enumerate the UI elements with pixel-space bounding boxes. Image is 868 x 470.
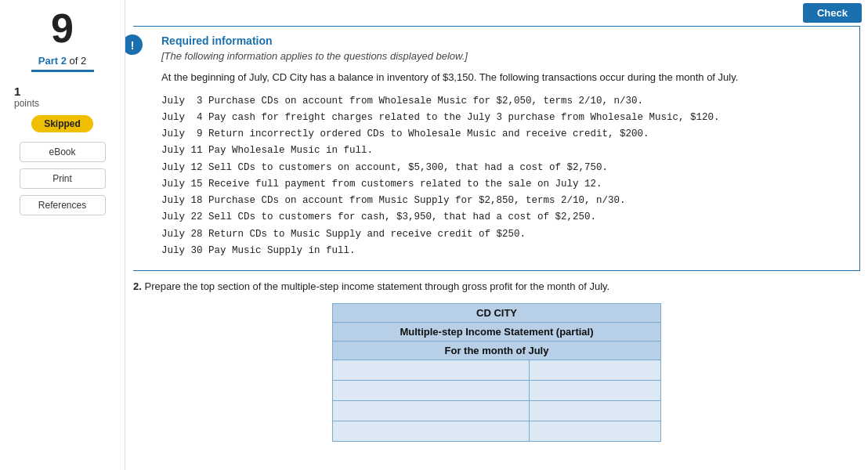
row-1-left-input[interactable] xyxy=(336,365,526,376)
table-header-2: Multiple-step Income Statement (partial) xyxy=(333,323,661,342)
sidebar: 9 Part 2 of 2 1 points Skipped eBook Pri… xyxy=(0,0,125,470)
content-area: ! Required information [The following in… xyxy=(125,26,868,470)
required-subtitle: [The following information applies to th… xyxy=(161,50,848,62)
table-row xyxy=(333,381,661,401)
ebook-button[interactable]: eBook xyxy=(20,142,106,162)
table-subtitle: Multiple-step Income Statement (partial) xyxy=(333,323,661,342)
points-label: points xyxy=(14,98,39,109)
row-4-right[interactable] xyxy=(530,421,661,442)
topbar: Check xyxy=(125,0,868,26)
table-date: For the month of July xyxy=(333,342,661,360)
table-title: CD CITY xyxy=(333,304,661,323)
part-indicator: Part 2 of 2 xyxy=(38,55,86,67)
table-row xyxy=(333,360,661,381)
row-3-right[interactable] xyxy=(530,401,661,421)
intro-text: At the beginning of July, CD City has a … xyxy=(161,70,848,85)
skipped-badge: Skipped xyxy=(31,115,93,132)
table-header-3: For the month of July xyxy=(333,342,661,360)
row-4-right-input[interactable] xyxy=(533,426,657,437)
required-icon: ! xyxy=(125,34,143,55)
transactions-list: July 3 Purchase CDs on account from Whol… xyxy=(161,93,848,260)
row-1-left[interactable] xyxy=(333,360,530,381)
part-suffix: of 2 xyxy=(67,55,86,67)
question-description: Prepare the top section of the multiple-… xyxy=(144,280,609,292)
part-bold: Part 2 xyxy=(38,55,67,67)
table-row xyxy=(333,421,661,442)
row-4-left[interactable] xyxy=(333,421,530,442)
income-statement-wrapper: CD CITY Multiple-step Income Statement (… xyxy=(332,303,661,442)
required-title: Required information xyxy=(161,34,848,47)
row-3-left-input[interactable] xyxy=(336,406,526,417)
question-2-text: 2. Prepare the top section of the multip… xyxy=(133,280,860,292)
check-button[interactable]: Check xyxy=(803,3,862,23)
table-header-1: CD CITY xyxy=(333,304,661,323)
table-row xyxy=(333,401,661,421)
main-content: Check ! Required information [The follow… xyxy=(125,0,868,470)
part-underline xyxy=(31,70,94,72)
row-1-right-input[interactable] xyxy=(533,365,657,376)
row-3-right-input[interactable] xyxy=(533,406,657,417)
income-statement-table: CD CITY Multiple-step Income Statement (… xyxy=(332,303,661,442)
row-2-left[interactable] xyxy=(333,381,530,401)
required-info-box: ! Required information [The following in… xyxy=(133,26,860,271)
row-2-right-input[interactable] xyxy=(533,385,657,396)
print-button[interactable]: Print xyxy=(20,168,106,189)
row-3-left[interactable] xyxy=(333,401,530,421)
problem-number: 9 xyxy=(51,8,74,49)
question-2-section: 2. Prepare the top section of the multip… xyxy=(125,280,868,442)
question-number: 2. xyxy=(133,280,142,292)
references-button[interactable]: References xyxy=(20,195,106,215)
row-4-left-input[interactable] xyxy=(336,426,526,437)
points-number: 1 xyxy=(14,85,20,98)
row-2-right[interactable] xyxy=(530,381,661,401)
row-2-left-input[interactable] xyxy=(336,385,526,396)
row-1-right[interactable] xyxy=(530,360,661,381)
